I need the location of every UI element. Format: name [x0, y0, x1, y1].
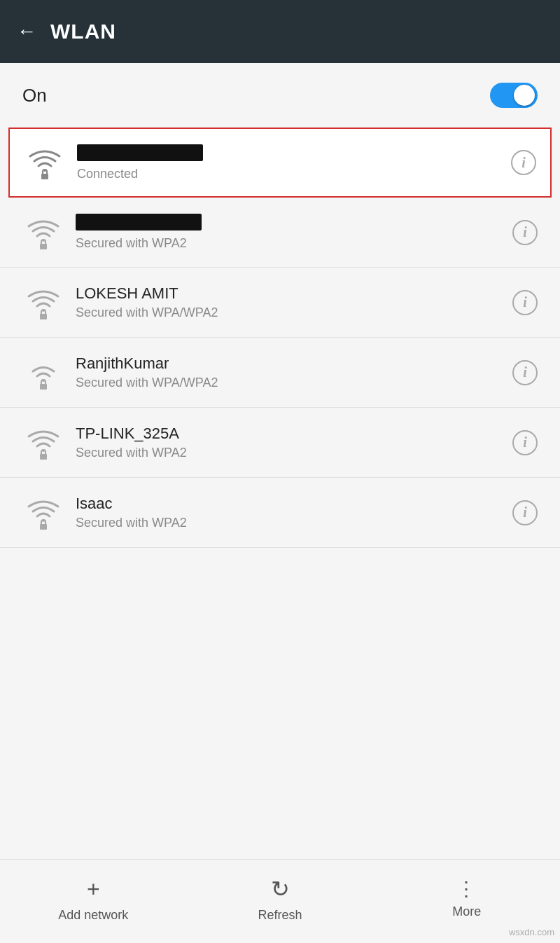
wifi-icon-0: [22, 215, 64, 250]
watermark: wsxdn.com: [509, 927, 554, 937]
wifi-on-label: On: [22, 85, 47, 106]
network-info-3: TP-LINK_325A Secured with WPA2: [76, 425, 512, 460]
svg-rect-1: [40, 244, 47, 249]
app-header: ← WLAN: [0, 0, 560, 63]
network-info-button-1[interactable]: i: [512, 290, 538, 315]
svg-rect-3: [40, 384, 47, 390]
refresh-label: Refresh: [258, 908, 302, 923]
refresh-icon: ↻: [271, 876, 290, 902]
toggle-knob: [514, 85, 535, 106]
connected-network-status: Connected: [77, 167, 511, 181]
network-item[interactable]: LOKESH AMIT Secured with WPA/WPA2 i: [0, 268, 560, 338]
network-name-redacted-0: [76, 214, 202, 230]
connected-network-name-redacted: [77, 144, 203, 161]
network-name-4: Isaac: [76, 495, 512, 513]
more-icon: ⋮: [456, 879, 477, 899]
connected-network-info-button[interactable]: i: [511, 150, 536, 175]
network-info-button-3[interactable]: i: [512, 430, 538, 455]
wifi-icon-2: [22, 355, 64, 390]
connected-network-info: Connected: [77, 144, 511, 181]
network-security-0: Secured with WPA2: [76, 236, 512, 251]
connected-network-item[interactable]: Connected i: [8, 128, 552, 198]
wifi-toggle[interactable]: [490, 83, 538, 108]
add-network-icon: +: [87, 876, 100, 902]
network-security-2: Secured with WPA/WPA2: [76, 376, 512, 390]
network-info-button-2[interactable]: i: [512, 360, 538, 385]
network-info-2: RanjithKumar Secured with WPA/WPA2: [76, 355, 512, 390]
page-title: WLAN: [50, 20, 116, 43]
svg-rect-4: [40, 454, 47, 460]
network-security-1: Secured with WPA/WPA2: [76, 305, 512, 320]
wifi-toggle-row: On: [0, 63, 560, 128]
network-item[interactable]: Secured with WPA2 i: [0, 198, 560, 268]
network-security-4: Secured with WPA2: [76, 516, 512, 530]
network-name-1: LOKESH AMIT: [76, 284, 512, 303]
svg-rect-2: [40, 314, 47, 319]
bottom-action-bar: + Add network ↻ Refresh ⋮ More: [0, 859, 560, 943]
back-button[interactable]: ←: [17, 20, 36, 43]
wifi-icon-connected: [24, 145, 66, 180]
network-info-button-0[interactable]: i: [512, 220, 538, 245]
network-item[interactable]: Isaac Secured with WPA2 i: [0, 478, 560, 548]
wifi-icon-1: [22, 285, 64, 320]
more-label: More: [452, 904, 481, 919]
network-item[interactable]: TP-LINK_325A Secured with WPA2 i: [0, 408, 560, 478]
wifi-icon-3: [22, 425, 64, 460]
network-item[interactable]: RanjithKumar Secured with WPA/WPA2 i: [0, 338, 560, 408]
network-name-3: TP-LINK_325A: [76, 425, 512, 443]
add-network-label: Add network: [58, 908, 128, 923]
add-network-button[interactable]: + Add network: [58, 876, 128, 923]
network-name-2: RanjithKumar: [76, 355, 512, 373]
network-info-0: Secured with WPA2: [76, 214, 512, 251]
svg-rect-5: [40, 524, 47, 530]
wifi-icon-4: [22, 495, 64, 530]
network-info-4: Isaac Secured with WPA2: [76, 495, 512, 530]
network-info-1: LOKESH AMIT Secured with WPA/WPA2: [76, 284, 512, 320]
svg-rect-0: [41, 174, 48, 179]
network-info-button-4[interactable]: i: [512, 500, 538, 525]
network-security-3: Secured with WPA2: [76, 446, 512, 460]
network-list: Connected i Secured with WPA2 i: [0, 128, 560, 859]
refresh-button[interactable]: ↻ Refresh: [245, 876, 315, 923]
more-button[interactable]: ⋮ More: [432, 879, 502, 919]
